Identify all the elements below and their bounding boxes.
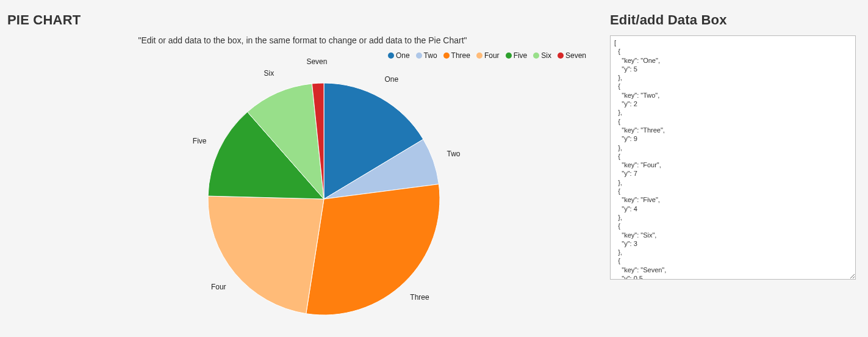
legend-label: Three [451,51,470,60]
legend-label: Four [484,51,500,60]
page-root: PIE CHART "Edit or add data to the box, … [0,0,868,337]
legend-item[interactable]: Four [476,51,500,60]
legend-item[interactable]: Three [443,51,470,60]
chart-wrap: "Edit or add data to the box, in the sam… [19,35,586,333]
pie-slice[interactable] [208,196,324,314]
pie-slice[interactable] [306,184,440,315]
legend-label: Six [541,51,551,60]
data-box-title: Edit/add Data Box [610,12,856,28]
legend-swatch-icon [443,53,450,59]
legend-item[interactable]: Five [506,51,528,60]
data-textarea[interactable] [610,35,856,280]
legend-item[interactable]: Two [416,51,437,60]
legend-label: Seven [565,51,586,60]
pie-svg [19,65,586,333]
legend-label: Two [424,51,437,60]
legend-swatch-icon [533,53,539,59]
chart-title: PIE CHART [7,12,598,28]
legend-label: Five [514,51,528,60]
legend-item[interactable]: Six [533,51,551,60]
legend-label: One [396,51,410,60]
legend-swatch-icon [558,53,564,59]
legend-item[interactable]: One [388,51,410,60]
data-panel: Edit/add Data Box [604,0,868,337]
legend-item[interactable]: Seven [558,51,586,60]
legend-swatch-icon [388,53,394,59]
legend-swatch-icon [416,53,422,59]
chart-panel: PIE CHART "Edit or add data to the box, … [0,0,604,337]
pie-chart: OneTwoThreeFourFiveSixSeven [19,65,586,333]
legend-swatch-icon [506,53,512,59]
legend-swatch-icon [476,53,482,59]
chart-subtitle: "Edit or add data to the box, in the sam… [19,35,586,45]
chart-legend: OneTwoThreeFourFiveSixSeven [19,49,586,65]
